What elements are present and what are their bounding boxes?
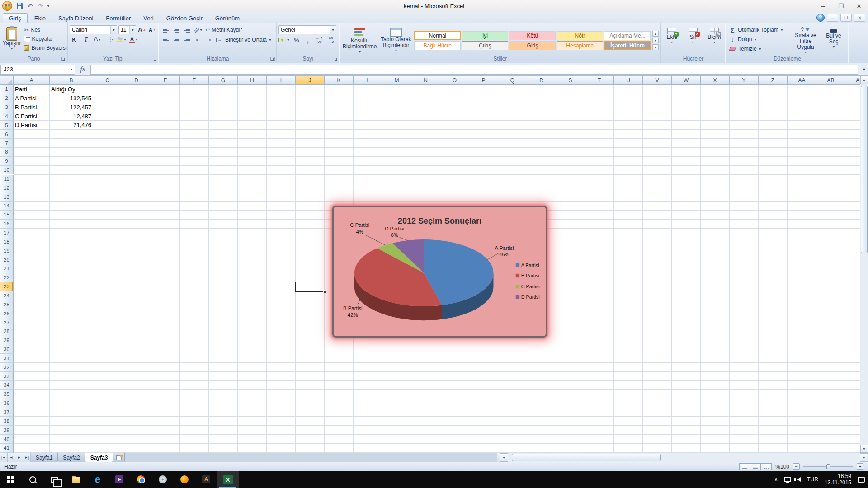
- cut-button[interactable]: ✂Kes: [23, 25, 68, 34]
- row-header-18[interactable]: 18: [0, 237, 14, 246]
- row-header-3[interactable]: 3: [0, 103, 14, 112]
- horizontal-scrollbar[interactable]: ◄ ►: [500, 453, 868, 462]
- excel-taskbar-button[interactable]: X: [217, 471, 239, 488]
- row-header-10[interactable]: 10: [0, 166, 14, 175]
- selected-cell-J23[interactable]: [295, 282, 326, 292]
- italic-button[interactable]: T: [81, 35, 90, 44]
- clipboard-dialog-launcher[interactable]: [61, 57, 66, 61]
- number-dialog-launcher[interactable]: [334, 57, 338, 61]
- column-header-G[interactable]: G: [209, 76, 238, 85]
- formula-input[interactable]: [90, 65, 858, 75]
- styles-more-button[interactable]: ▼: [652, 44, 659, 50]
- column-header-J[interactable]: J: [296, 76, 325, 85]
- copy-button[interactable]: Kopyala: [23, 34, 68, 43]
- row-header-20[interactable]: 20: [0, 255, 14, 264]
- wrap-text-button[interactable]: ↩Metni Kaydır: [204, 25, 243, 34]
- row-header-13[interactable]: 13: [0, 192, 14, 202]
- chart[interactable]: 2012 Seçim Sonuçları A Partisi 46% B Par…: [332, 206, 547, 338]
- next-sheet-button[interactable]: ►: [15, 453, 23, 462]
- format-as-table-button[interactable]: Tablo Olarak Biçimlendir ▼: [379, 25, 413, 56]
- paste-button[interactable]: Yapıştır ▼: [2, 25, 22, 56]
- edge-button[interactable]: e: [87, 471, 108, 488]
- column-header-R[interactable]: R: [527, 76, 556, 85]
- task-view-button[interactable]: [43, 471, 65, 488]
- row-header-12[interactable]: 12: [0, 183, 14, 192]
- column-header-U[interactable]: U: [614, 76, 643, 85]
- zoom-slider[interactable]: [803, 466, 853, 467]
- workbook-close-button[interactable]: ✕: [854, 14, 865, 22]
- row-header-36[interactable]: 36: [0, 399, 14, 408]
- normal-view-button[interactable]: [739, 463, 750, 470]
- row-header-25[interactable]: 25: [0, 300, 14, 309]
- first-sheet-button[interactable]: |◄: [0, 453, 8, 462]
- row-header-8[interactable]: 8: [0, 148, 14, 157]
- autosum-button[interactable]: ΣOtomatik Toplam▼: [728, 25, 790, 34]
- cell-B1[interactable]: Aldığı Oy: [50, 85, 93, 94]
- row-header-19[interactable]: 19: [0, 246, 14, 255]
- cell-style-isaretli-hucre[interactable]: İşaretli Hücre: [604, 41, 651, 50]
- ribbon-tab-sayfa-duzeni[interactable]: Sayfa Düzeni: [52, 13, 99, 23]
- grow-font-button[interactable]: A▲: [137, 25, 146, 34]
- row-header-4[interactable]: 4: [0, 112, 14, 121]
- sheet-tab-sayfa1[interactable]: Sayfa1: [31, 453, 58, 462]
- row-header-29[interactable]: 29: [0, 336, 14, 345]
- row-header-17[interactable]: 17: [0, 229, 14, 238]
- column-header-K[interactable]: K: [325, 76, 354, 85]
- row-header-41[interactable]: 41: [0, 444, 14, 453]
- cell-style-hesaplama[interactable]: Hesaplama: [557, 41, 603, 50]
- number-format-select[interactable]: Genel▼: [278, 25, 336, 34]
- row-header-31[interactable]: 31: [0, 354, 14, 363]
- row-header-38[interactable]: 38: [0, 417, 14, 426]
- column-header-X[interactable]: X: [701, 76, 730, 85]
- row-header-33[interactable]: 33: [0, 372, 14, 381]
- cell-style-aciklama[interactable]: Açıklama Me...: [604, 31, 651, 40]
- cell-style-giris[interactable]: Giriş: [509, 41, 556, 50]
- font-size-select[interactable]: 11▼: [118, 25, 136, 34]
- workbook-restore-button[interactable]: ❐: [840, 14, 852, 22]
- find-select-button[interactable]: Bul ve Seç▼: [821, 25, 846, 56]
- expand-formula-bar-icon[interactable]: ▼: [862, 67, 866, 72]
- row-header-39[interactable]: 39: [0, 426, 14, 435]
- row-header-9[interactable]: 9: [0, 157, 14, 166]
- row-header-6[interactable]: 6: [0, 130, 14, 139]
- prev-sheet-button[interactable]: ◄: [8, 453, 15, 462]
- styles-scroll-down-button[interactable]: ▼: [652, 38, 659, 43]
- qat-customize-button[interactable]: ▼: [46, 4, 51, 8]
- format-painter-button[interactable]: Biçim Boyacısı: [23, 43, 68, 52]
- format-cells-button[interactable]: ✎ Biçim▼: [705, 25, 724, 56]
- column-header-A[interactable]: A: [14, 76, 50, 85]
- row-header-24[interactable]: 24: [0, 291, 14, 300]
- insert-cells-button[interactable]: + Ekle▼: [663, 25, 681, 56]
- ribbon-tab-veri[interactable]: Veri: [137, 13, 159, 23]
- clear-button[interactable]: Temizle▼: [728, 44, 790, 53]
- cell-style-notr[interactable]: Nötr: [557, 31, 603, 40]
- underline-button[interactable]: A▼: [93, 35, 102, 44]
- column-header-H[interactable]: H: [238, 76, 267, 85]
- row-header-40[interactable]: 40: [0, 435, 14, 444]
- undo-button[interactable]: ↶: [25, 1, 35, 11]
- fill-color-button[interactable]: ▼: [117, 35, 127, 44]
- column-header-F[interactable]: F: [180, 76, 209, 85]
- name-box[interactable]: J23 ▼: [0, 65, 75, 75]
- merge-center-button[interactable]: ↔Birleştir ve Ortala▼: [215, 35, 273, 44]
- font-color-button[interactable]: A▼: [129, 35, 138, 44]
- row-header-2[interactable]: 2: [0, 94, 14, 103]
- zoom-slider-thumb[interactable]: [826, 464, 830, 469]
- column-header-M[interactable]: M: [382, 76, 411, 85]
- cell-A2[interactable]: A Partisi: [14, 94, 49, 103]
- scroll-left-icon[interactable]: ◄: [500, 453, 508, 462]
- maximize-button[interactable]: ❐: [832, 0, 850, 12]
- align-right-button[interactable]: [183, 36, 192, 44]
- row-header-1[interactable]: 1: [0, 85, 14, 94]
- decrease-indent-button[interactable]: ⇤: [193, 36, 203, 44]
- sheet-tab-sayfa3[interactable]: Sayfa3: [85, 453, 113, 462]
- column-header-C[interactable]: C: [93, 76, 122, 85]
- bold-button[interactable]: K: [70, 35, 79, 44]
- styles-scroll-up-button[interactable]: ▲: [652, 31, 659, 37]
- row-header-32[interactable]: 32: [0, 363, 14, 372]
- scroll-down-icon[interactable]: ▼: [860, 445, 868, 453]
- accounting-format-button[interactable]: $▼: [278, 36, 290, 44]
- row-header-7[interactable]: 7: [0, 139, 14, 148]
- tray-expand-button[interactable]: ∧: [771, 471, 781, 488]
- chrome-button[interactable]: [130, 471, 152, 488]
